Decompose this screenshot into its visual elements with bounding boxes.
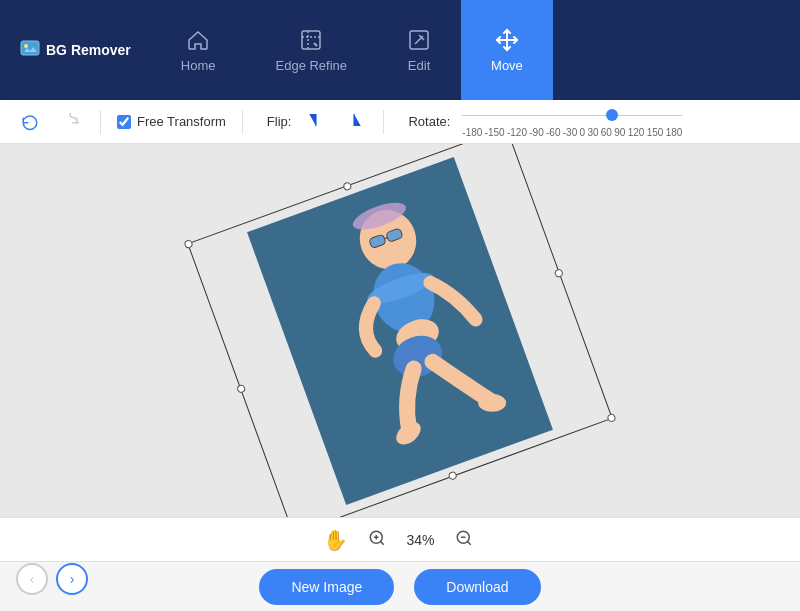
nav-item-edge-refine[interactable]: Edge Refine [246, 0, 378, 100]
prev-arrow-icon: ‹ [30, 571, 35, 587]
prev-arrow-button[interactable]: ‹ [16, 563, 48, 595]
app-icon [20, 40, 40, 60]
nav-item-move[interactable]: Move [461, 0, 553, 100]
flip-label: Flip: [267, 114, 292, 129]
handle-bottom-right[interactable] [606, 412, 616, 422]
free-transform-label: Free Transform [137, 114, 226, 129]
nav-home-label: Home [181, 58, 216, 73]
rotate-label: Rotate: [408, 114, 450, 129]
next-arrow-icon: › [70, 571, 75, 587]
divider-3 [383, 110, 384, 134]
flip-horizontal-button[interactable] [303, 109, 329, 135]
nav-arrows: ‹ › [16, 563, 88, 595]
app-window: BG Remover Home Edge Refine [0, 0, 800, 611]
status-bar: ✋ 34% [0, 517, 800, 561]
next-arrow-button[interactable]: › [56, 563, 88, 595]
free-transform-checkbox[interactable] [117, 115, 131, 129]
nav-edit-label: Edit [408, 58, 430, 73]
app-title: BG Remover [10, 0, 141, 100]
svg-marker-4 [310, 114, 317, 126]
nav-items: Home Edge Refine Edit [151, 0, 553, 100]
svg-marker-6 [354, 114, 361, 126]
toolbar: Free Transform Flip: Rotate: [0, 100, 800, 144]
nav-item-home[interactable]: Home [151, 0, 246, 100]
navbar: BG Remover Home Edge Refine [0, 0, 800, 100]
rotate-control: -180 -150 -120 -90 -60 -30 0 30 60 90 12… [462, 105, 682, 138]
svg-line-24 [467, 541, 470, 544]
svg-rect-2 [302, 31, 320, 49]
pan-icon: ✋ [323, 528, 348, 552]
handle-bottom-middle[interactable] [448, 470, 458, 480]
rotate-track[interactable] [462, 105, 682, 125]
rotate-numbers: -180 -150 -120 -90 -60 -30 0 30 60 90 12… [462, 127, 682, 138]
divider-2 [242, 110, 243, 134]
handle-top-left[interactable] [183, 238, 193, 248]
app-title-text: BG Remover [46, 42, 131, 58]
svg-rect-0 [21, 41, 39, 55]
flip-vertical-button[interactable] [341, 109, 367, 135]
download-button[interactable]: Download [414, 569, 540, 605]
nav-move-label: Move [491, 58, 523, 73]
baby-svg [247, 157, 553, 505]
new-image-button[interactable]: New Image [259, 569, 394, 605]
image-box[interactable] [247, 157, 553, 505]
image-content [247, 157, 553, 505]
footer: ‹ › New Image Download [0, 561, 800, 611]
handle-middle-left[interactable] [236, 383, 246, 393]
handle-middle-right[interactable] [554, 268, 564, 278]
zoom-out-button[interactable] [451, 525, 477, 554]
canvas-area[interactable] [0, 144, 800, 517]
rotate-line [462, 115, 682, 116]
svg-point-1 [24, 44, 28, 48]
nav-edge-refine-label: Edge Refine [276, 58, 348, 73]
nav-item-edit[interactable]: Edit [377, 0, 461, 100]
handle-top-middle[interactable] [342, 181, 352, 191]
zoom-level: 34% [406, 532, 434, 548]
rotate-thumb[interactable] [606, 109, 618, 121]
redo-button[interactable] [56, 108, 84, 136]
undo-button[interactable] [16, 108, 44, 136]
zoom-in-button[interactable] [364, 525, 390, 554]
divider-1 [100, 110, 101, 134]
free-transform-toggle[interactable]: Free Transform [117, 114, 226, 129]
image-container [215, 161, 585, 501]
svg-line-20 [381, 541, 384, 544]
